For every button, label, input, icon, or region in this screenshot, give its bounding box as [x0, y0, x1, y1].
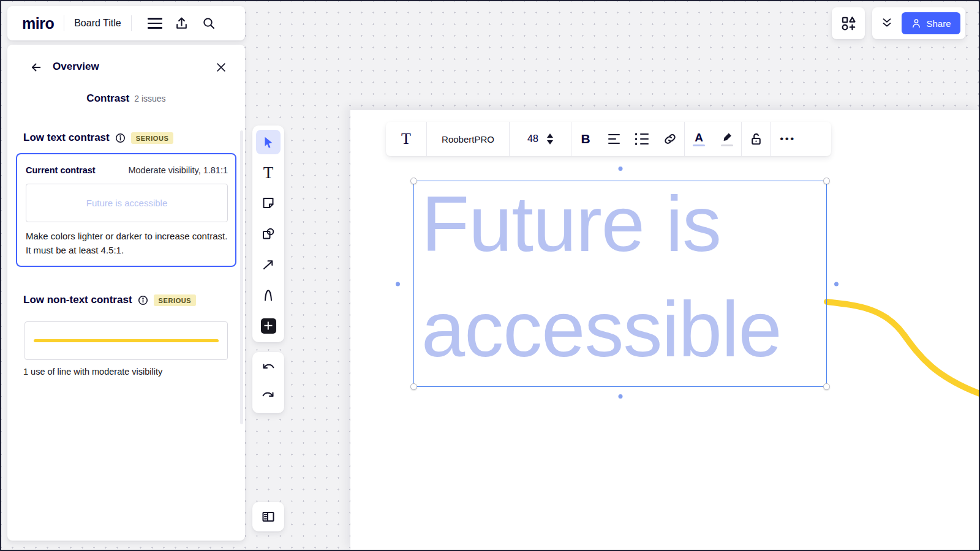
connector-anchor-bottom[interactable]: [618, 394, 622, 399]
widgets-icon: [840, 15, 857, 32]
highlight-color-swatch: [721, 144, 733, 147]
list-icon: [635, 133, 649, 144]
search-button[interactable]: [195, 10, 222, 37]
link-button[interactable]: [656, 122, 684, 156]
main-menu-button[interactable]: [141, 10, 168, 37]
export-icon: [174, 16, 189, 31]
connector-anchor-left[interactable]: [396, 282, 400, 286]
low-text-contrast-header: Low text contrast SERIOUS: [23, 132, 173, 144]
panel-header: Overview: [7, 59, 245, 75]
info-button[interactable]: [137, 294, 149, 306]
history-toolbar: [252, 352, 284, 413]
person-icon: [911, 18, 922, 29]
preview-text: Future is accessible: [86, 198, 168, 208]
low-text-contrast-title: Low text contrast: [23, 132, 110, 144]
text-style-button[interactable]: T: [386, 122, 426, 156]
font-color-button[interactable]: A: [685, 122, 713, 156]
text-tool-icon: T: [263, 163, 274, 182]
contrast-visibility-value: Moderate visibility, 1.81:1: [128, 165, 228, 175]
undo-button[interactable]: [256, 356, 281, 381]
connector-anchor-top[interactable]: [618, 167, 622, 171]
export-button[interactable]: [168, 10, 195, 37]
shapes-tool[interactable]: [256, 222, 281, 246]
severity-badge: SERIOUS: [154, 294, 197, 306]
frames-button[interactable]: [256, 504, 281, 529]
low-nontext-contrast-title: Low non-text contrast: [23, 294, 132, 306]
font-size-value[interactable]: 48: [527, 133, 538, 144]
more-options-button[interactable]: •••: [771, 122, 805, 156]
bold-button[interactable]: B: [571, 122, 600, 156]
highlight-pen-icon: [721, 132, 733, 147]
back-button[interactable]: [28, 59, 44, 75]
resize-handle-top-left[interactable]: [410, 178, 417, 184]
connector-icon: [261, 257, 276, 272]
text-tool[interactable]: T: [256, 160, 281, 185]
sticky-note-tool[interactable]: [256, 191, 281, 216]
resize-handle-bottom-right[interactable]: [823, 383, 830, 390]
info-button[interactable]: [115, 132, 126, 144]
lock-button[interactable]: [742, 122, 770, 156]
contrast-title: Contrast: [86, 92, 129, 104]
canvas-text-line1[interactable]: Future is: [421, 185, 721, 263]
line-issue-caption: 1 use of line with moderate visibility: [23, 367, 162, 377]
share-button[interactable]: Share: [902, 12, 960, 34]
select-tool[interactable]: [256, 130, 281, 154]
severity-badge: SERIOUS: [131, 132, 174, 144]
accessibility-panel: Overview Contrast2 issues Low text contr…: [7, 45, 245, 541]
miro-logo[interactable]: miro: [22, 15, 54, 32]
connector-anchor-right[interactable]: [834, 282, 839, 286]
list-button[interactable]: [628, 122, 656, 156]
miro-board-app: Future is accessible T RoobertPRO 48 B: [0, 0, 980, 551]
add-more-tools[interactable]: [256, 313, 281, 338]
yellow-line-sample: [34, 339, 219, 342]
pen-icon: [261, 288, 276, 302]
panel-scrollbar[interactable]: [240, 130, 243, 424]
board-title[interactable]: Board Title: [74, 18, 121, 29]
undo-icon: [261, 361, 276, 376]
collapse-icon: [880, 17, 894, 30]
shapes-icon: [261, 227, 276, 241]
sticky-note-icon: [261, 196, 276, 211]
cursor-icon: [262, 135, 275, 149]
frames-icon: [261, 509, 276, 524]
font-color-icon: A: [693, 132, 705, 147]
share-card: Share: [872, 7, 965, 39]
size-increase-icon[interactable]: [547, 133, 553, 138]
lock-icon: [748, 132, 764, 147]
resize-handle-bottom-left[interactable]: [410, 383, 417, 390]
align-button[interactable]: [600, 122, 628, 156]
back-arrow-icon: [29, 61, 43, 74]
text-contrast-issue-card[interactable]: Current contrast Moderate visibility, 1.…: [16, 153, 236, 267]
creation-toolbar: T: [252, 126, 284, 342]
close-icon: [215, 61, 227, 73]
font-size-control: 48: [510, 122, 571, 156]
add-widgets-button[interactable]: [835, 10, 862, 37]
text-contrast-preview: Future is accessible: [26, 184, 228, 222]
contrast-issue-count: 2 issues: [134, 94, 165, 103]
collapse-toolbar-button[interactable]: [872, 7, 902, 39]
share-button-label: Share: [926, 18, 951, 29]
font-size-stepper[interactable]: [547, 133, 553, 144]
highlight-button[interactable]: [713, 122, 741, 156]
contrast-fix-description: Make colors lighter or darker to increas…: [26, 229, 230, 257]
current-contrast-label: Current contrast: [26, 165, 96, 175]
font-family-select[interactable]: RoobertPRO: [427, 122, 509, 156]
add-icon: [261, 318, 276, 334]
selected-text-object[interactable]: Future is accessible: [413, 181, 827, 387]
resize-handle-top-right[interactable]: [823, 178, 830, 184]
redo-button[interactable]: [256, 384, 281, 409]
board-header: miro Board Title: [7, 6, 245, 40]
header-divider: [131, 15, 132, 31]
size-decrease-icon[interactable]: [547, 140, 553, 144]
pen-tool[interactable]: [256, 283, 281, 307]
apps-card: [832, 7, 865, 39]
canvas-text-line2[interactable]: accessible: [421, 290, 782, 369]
header-divider: [64, 15, 64, 31]
connector-tool[interactable]: [256, 252, 281, 277]
current-contrast-row: Current contrast Moderate visibility, 1.…: [26, 165, 228, 175]
line-contrast-preview[interactable]: [24, 321, 228, 360]
search-icon: [202, 16, 216, 31]
link-icon: [663, 132, 677, 146]
close-panel-button[interactable]: [213, 59, 229, 75]
info-icon: [137, 294, 149, 306]
